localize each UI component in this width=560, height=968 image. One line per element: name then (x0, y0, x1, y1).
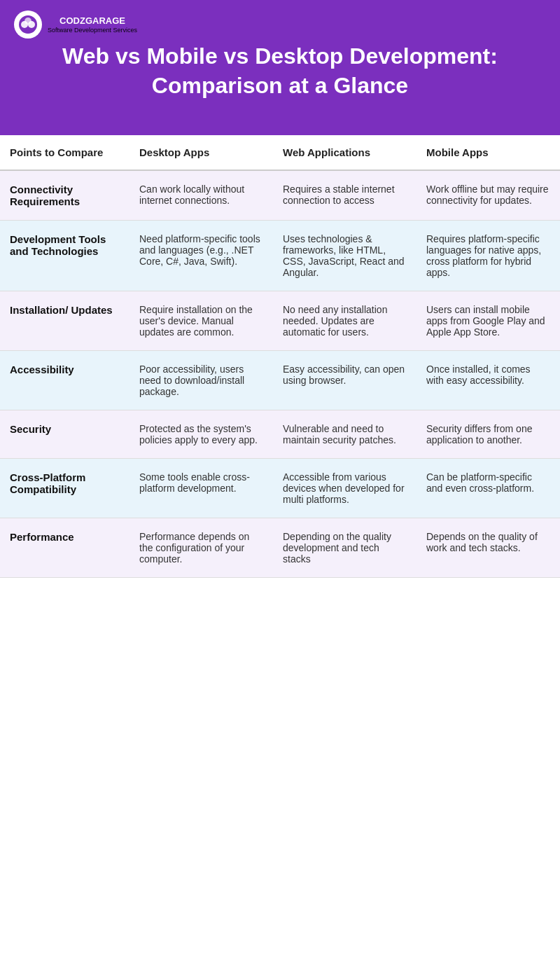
row-point: Development Tools and Technologies (0, 221, 130, 291)
row-desktop: Need platform-specific tools and languag… (130, 221, 273, 291)
col-header-points: Points to Compare (0, 135, 130, 170)
row-web: Uses technologies & frameworks, like HTM… (273, 221, 416, 291)
row-mobile: Work offline but may require connectivit… (416, 170, 560, 221)
row-point: Connectivity Requirements (0, 170, 130, 221)
table-row: Connectivity RequirementsCan work locall… (0, 170, 560, 221)
row-mobile: Once installed, it comes with easy acces… (416, 351, 560, 410)
table-row: SecurityProtected as the system's polici… (0, 410, 560, 459)
row-web: Easy accessibility, can open using brows… (273, 351, 416, 410)
row-mobile: Requires platform-specific languages for… (416, 221, 560, 291)
row-point: Security (0, 410, 130, 459)
row-desktop: Require installation on the user's devic… (130, 291, 273, 351)
row-point: Accessibility (0, 351, 130, 410)
table-row: AccessibilityPoor accessibility, users n… (0, 351, 560, 410)
logo-text-block: CODZGARAGE Software Development Services (48, 15, 137, 34)
row-desktop: Some tools enable cross-platform develop… (130, 459, 273, 518)
table-header-row: Points to Compare Desktop Apps Web Appli… (0, 135, 560, 170)
row-web: Accessible from various devices when dev… (273, 459, 416, 518)
logo-area: CODZGARAGE Software Development Services (14, 11, 137, 39)
comparison-table: Points to Compare Desktop Apps Web Appli… (0, 135, 560, 578)
row-mobile: Depends on the quality of work and tech … (416, 518, 560, 578)
row-mobile: Can be platform-specific and even cross-… (416, 459, 560, 518)
row-mobile: Users can install mobile apps from Googl… (416, 291, 560, 351)
page-header: CODZGARAGE Software Development Services… (0, 0, 560, 135)
comparison-table-container: Points to Compare Desktop Apps Web Appli… (0, 135, 560, 578)
row-desktop: Performance depends on the configuration… (130, 518, 273, 578)
row-web: Requires a stable internet connection to… (273, 170, 416, 221)
row-mobile: Security differs from one application to… (416, 410, 560, 459)
table-row: PerformancePerformance depends on the co… (0, 518, 560, 578)
row-point: Cross-Platform Compatibility (0, 459, 130, 518)
row-web: Vulnerable and need to maintain security… (273, 410, 416, 459)
col-header-desktop: Desktop Apps (130, 135, 273, 170)
logo-icon (14, 11, 42, 39)
col-header-mobile: Mobile Apps (416, 135, 560, 170)
row-desktop: Protected as the system's policies apply… (130, 410, 273, 459)
row-web: No need any installation needed. Updates… (273, 291, 416, 351)
page-title: Web vs Mobile vs Desktop Development: Co… (21, 42, 539, 100)
table-row: Cross-Platform CompatibilitySome tools e… (0, 459, 560, 518)
row-web: Depending on the quality development and… (273, 518, 416, 578)
row-point: Installation/ Updates (0, 291, 130, 351)
row-desktop: Poor accessibility, users need to downlo… (130, 351, 273, 410)
logo-name: CODZGARAGE (48, 15, 137, 27)
logo-subtitle: Software Development Services (48, 27, 137, 34)
col-header-web: Web Applications (273, 135, 416, 170)
table-row: Installation/ UpdatesRequire installatio… (0, 291, 560, 351)
svg-point-3 (24, 18, 31, 25)
table-row: Development Tools and TechnologiesNeed p… (0, 221, 560, 291)
row-point: Performance (0, 518, 130, 578)
row-desktop: Can work locally without internet connec… (130, 170, 273, 221)
